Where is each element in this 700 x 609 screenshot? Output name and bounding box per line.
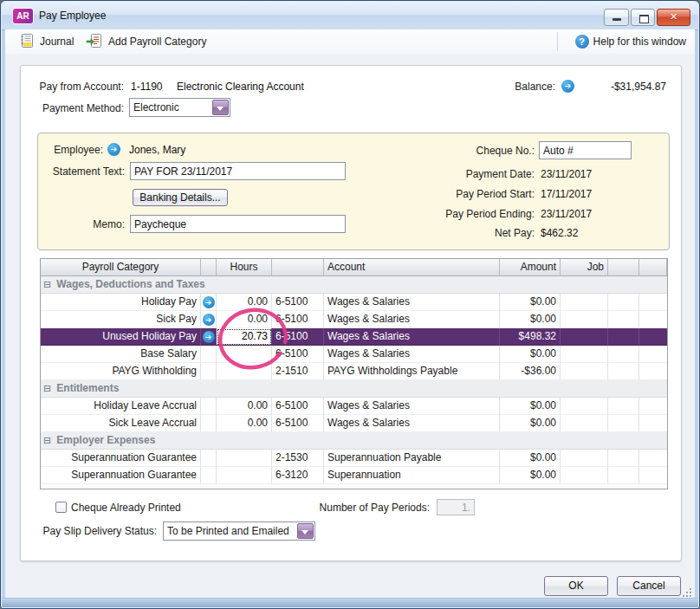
cell-blank[interactable] bbox=[639, 328, 667, 346]
cell-account-number[interactable]: 6-3120 bbox=[272, 467, 324, 484]
column-header[interactable]: Hours bbox=[217, 259, 272, 276]
cell-blank[interactable] bbox=[639, 415, 667, 432]
collapse-icon[interactable]: ⊟ bbox=[43, 276, 54, 293]
cell-arrow[interactable] bbox=[201, 363, 217, 380]
title-bar[interactable]: AR Pay Employee ✕ bbox=[2, 2, 698, 30]
cell-blank[interactable] bbox=[608, 363, 639, 380]
statement-text-input[interactable] bbox=[130, 162, 346, 180]
cell-account-name[interactable]: Wages & Salaries bbox=[324, 311, 500, 328]
resize-grip-icon[interactable] bbox=[683, 588, 691, 597]
cell-arrow[interactable]: ➔ bbox=[201, 328, 217, 346]
cell-hours[interactable]: 0.00 bbox=[217, 398, 272, 415]
cell-blank[interactable] bbox=[608, 311, 639, 328]
cell-arrow[interactable] bbox=[201, 450, 217, 467]
cell-amount[interactable]: $0.00 bbox=[500, 415, 561, 432]
cheque-already-printed-checkbox[interactable] bbox=[55, 502, 67, 513]
cell-account-number[interactable]: 6-5100 bbox=[272, 415, 324, 432]
cell-blank[interactable] bbox=[608, 450, 639, 467]
number-of-pay-periods-input[interactable]: 1. bbox=[437, 499, 475, 515]
cell-hours[interactable]: 0.00 bbox=[217, 294, 272, 311]
cancel-button[interactable]: Cancel bbox=[617, 576, 681, 596]
cell-category[interactable]: PAYG Withholding bbox=[41, 363, 201, 380]
cell-job[interactable] bbox=[561, 363, 608, 380]
cell-blank[interactable] bbox=[608, 328, 639, 346]
cell-account-number[interactable]: 6-5100 bbox=[272, 311, 324, 328]
cell-category[interactable]: Sick Pay bbox=[41, 311, 201, 328]
cell-hours[interactable] bbox=[217, 450, 272, 467]
column-header[interactable] bbox=[608, 259, 639, 276]
cell-amount[interactable]: $0.00 bbox=[500, 450, 561, 467]
column-header[interactable] bbox=[639, 259, 667, 276]
group-row[interactable]: ⊟ Employer Expenses bbox=[41, 432, 667, 450]
cell-category[interactable]: Superannuation Guarantee bbox=[41, 450, 201, 467]
cell-hours[interactable]: 20.73 bbox=[217, 328, 272, 346]
cell-hours[interactable] bbox=[217, 346, 272, 363]
cell-amount[interactable]: $498.32 bbox=[500, 328, 561, 346]
cell-account-name[interactable]: Wages & Salaries bbox=[324, 328, 500, 346]
cheque-no-input[interactable] bbox=[539, 141, 632, 159]
cell-blank[interactable] bbox=[608, 467, 639, 484]
cell-job[interactable] bbox=[561, 450, 608, 467]
cell-amount[interactable]: $0.00 bbox=[500, 467, 561, 484]
table-row[interactable]: Unused Holiday Pay➔20.736-5100Wages & Sa… bbox=[41, 328, 667, 346]
cell-blank[interactable] bbox=[639, 450, 667, 467]
cell-hours[interactable]: 0.00 bbox=[217, 311, 272, 328]
cell-blank[interactable] bbox=[639, 467, 667, 484]
cell-blank[interactable] bbox=[639, 294, 667, 311]
table-row[interactable]: Superannuation Guarantee2-1530Superannua… bbox=[41, 450, 667, 467]
cell-hours[interactable] bbox=[217, 363, 272, 380]
cell-account-number[interactable]: 6-5100 bbox=[272, 346, 324, 363]
cell-account-name[interactable]: Wages & Salaries bbox=[324, 398, 500, 415]
cell-amount[interactable]: $0.00 bbox=[500, 346, 561, 363]
cell-blank[interactable] bbox=[639, 346, 667, 363]
cell-arrow[interactable] bbox=[201, 467, 217, 484]
cell-job[interactable] bbox=[561, 415, 608, 432]
collapse-icon[interactable]: ⊟ bbox=[43, 380, 54, 397]
cell-arrow[interactable]: ➔ bbox=[201, 311, 217, 328]
cell-amount[interactable]: $0.00 bbox=[500, 311, 561, 328]
detail-arrow-icon[interactable]: ➔ bbox=[203, 314, 215, 326]
column-header[interactable]: Account bbox=[324, 259, 500, 276]
detail-arrow-icon[interactable]: ➔ bbox=[203, 296, 215, 308]
cell-job[interactable] bbox=[561, 311, 608, 328]
cell-account-name[interactable]: Wages & Salaries bbox=[324, 294, 500, 311]
cell-account-number[interactable]: 6-5100 bbox=[272, 398, 324, 415]
cell-blank[interactable] bbox=[608, 398, 639, 415]
column-header[interactable]: Amount bbox=[500, 259, 561, 276]
cell-job[interactable] bbox=[561, 294, 608, 311]
cell-account-number[interactable]: 6-5100 bbox=[272, 328, 324, 346]
table-row[interactable]: Holiday Leave Accrual0.006-5100Wages & S… bbox=[41, 398, 667, 415]
cell-blank[interactable] bbox=[639, 363, 667, 380]
table-row[interactable]: Holiday Pay➔0.006-5100Wages & Salaries$0… bbox=[41, 294, 667, 311]
cell-category[interactable]: Base Salary bbox=[41, 346, 201, 363]
cell-account-number[interactable]: 2-1530 bbox=[272, 450, 324, 467]
close-button[interactable]: ✕ bbox=[657, 9, 690, 26]
banking-details-button[interactable]: Banking Details... bbox=[133, 189, 228, 206]
chevron-down-icon[interactable] bbox=[297, 523, 314, 539]
cell-account-number[interactable]: 2-1510 bbox=[272, 363, 324, 380]
cell-arrow[interactable] bbox=[201, 346, 217, 363]
column-header[interactable] bbox=[272, 259, 324, 276]
cell-category[interactable]: Unused Holiday Pay bbox=[41, 328, 201, 346]
cell-account-name[interactable]: Wages & Salaries bbox=[324, 346, 500, 363]
cell-category[interactable]: Superannuation Guarantee bbox=[41, 467, 201, 484]
chevron-down-icon[interactable] bbox=[212, 100, 229, 115]
cell-job[interactable] bbox=[561, 346, 608, 363]
cell-account-number[interactable]: 6-5100 bbox=[272, 294, 324, 311]
add-payroll-category-button[interactable]: Add Payroll Category bbox=[86, 32, 206, 51]
table-row[interactable]: Sick Pay➔0.006-5100Wages & Salaries$0.00 bbox=[41, 311, 667, 328]
pay-slip-delivery-status-combo[interactable]: To be Printed and Emailed bbox=[163, 522, 315, 541]
ok-button[interactable]: OK bbox=[544, 576, 608, 596]
cell-account-name[interactable]: Wages & Salaries bbox=[324, 415, 500, 432]
cell-blank[interactable] bbox=[608, 415, 639, 432]
table-row[interactable]: Base Salary6-5100Wages & Salaries$0.00 bbox=[41, 346, 667, 363]
cell-category[interactable]: Holiday Pay bbox=[41, 294, 201, 311]
collapse-icon[interactable]: ⊟ bbox=[43, 432, 54, 449]
cell-category[interactable]: Sick Leave Accrual bbox=[41, 415, 201, 432]
cell-account-name[interactable]: Superannuation bbox=[324, 467, 500, 484]
cell-job[interactable] bbox=[561, 398, 608, 415]
detail-arrow-icon[interactable]: ➔ bbox=[203, 331, 215, 343]
cell-arrow[interactable] bbox=[201, 398, 217, 415]
cell-hours[interactable]: 0.00 bbox=[217, 415, 272, 432]
column-header[interactable]: Payroll Category bbox=[41, 259, 201, 276]
